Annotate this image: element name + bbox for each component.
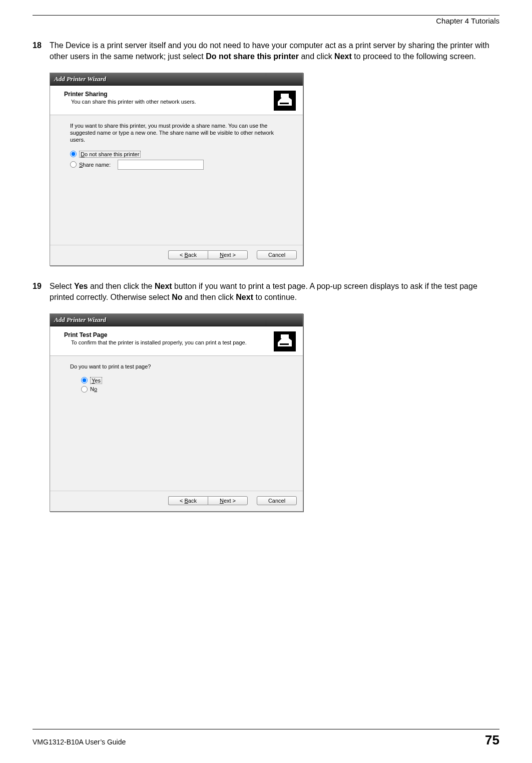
wizard-print-test-page: Add Printer Wizard Print Test Page To co…: [50, 313, 303, 512]
option-do-not-share-label: Do not share this printer: [79, 151, 141, 158]
wizard1-body: If you want to share this printer, you m…: [50, 115, 303, 245]
printer-icon: [274, 331, 296, 351]
next-button[interactable]: Next >: [208, 496, 248, 505]
cancel-button[interactable]: Cancel: [257, 250, 297, 259]
page-number: 75: [485, 732, 499, 748]
step-18-text: The Device is a print server itself and …: [50, 40, 499, 63]
share-name-input[interactable]: [118, 160, 204, 170]
page-footer: VMG1312-B10A User’s Guide 75: [33, 729, 499, 748]
option-no-label: No: [90, 386, 97, 392]
wizard2-question: Do you want to print a test page?: [70, 363, 288, 370]
wizard-printer-sharing: Add Printer Wizard Printer Sharing You c…: [50, 73, 303, 266]
option-share-name[interactable]: Share name:: [70, 160, 288, 170]
wizard2-subheading: To confirm that the printer is installed…: [71, 339, 269, 345]
step18-post: to proceed to the following screen.: [352, 52, 476, 61]
footer-guide-name: VMG1312-B10A User’s Guide: [33, 738, 126, 746]
cancel-button[interactable]: Cancel: [257, 496, 297, 505]
chapter-label: Chapter 4 Tutorials: [33, 17, 499, 25]
back-button[interactable]: < Back: [168, 250, 208, 259]
option-no[interactable]: No: [81, 386, 288, 393]
step-19: 19 Select Yes and then click the Next bu…: [33, 281, 499, 303]
svg-rect-1: [280, 103, 289, 104]
step-18: 18 The Device is a print server itself a…: [33, 40, 499, 63]
printer-icon: [274, 91, 296, 111]
step18-mid: and click: [299, 52, 334, 61]
option-yes[interactable]: Yes: [81, 377, 288, 384]
option-yes-label: Yes: [90, 377, 102, 384]
back-button[interactable]: < Back: [168, 496, 208, 505]
wizard1-footer: < Back Next > Cancel: [50, 245, 303, 265]
step-18-number: 18: [33, 40, 50, 63]
next-button[interactable]: Next >: [208, 250, 248, 259]
wizard2-header: Print Test Page To confirm that the prin…: [50, 326, 303, 355]
wizard2-footer: < Back Next > Cancel: [50, 491, 303, 511]
option-do-not-share[interactable]: Do not share this printer: [70, 151, 288, 158]
wizard1-body-text: If you want to share this printer, you m…: [70, 122, 288, 144]
radio-share-name[interactable]: [70, 161, 77, 168]
wizard2-body: Do you want to print a test page? Yes No: [50, 356, 303, 491]
step18-bold1: Do not share this printer: [206, 52, 299, 61]
wizard2-titlebar: Add Printer Wizard: [50, 314, 303, 326]
radio-no[interactable]: [81, 386, 88, 393]
radio-yes[interactable]: [81, 377, 88, 384]
wizard1-titlebar: Add Printer Wizard: [50, 73, 303, 86]
step18-bold2: Next: [334, 52, 352, 61]
radio-do-not-share[interactable]: [70, 151, 77, 157]
wizard1-header: Printer Sharing You can share this print…: [50, 86, 303, 115]
svg-rect-3: [280, 343, 289, 345]
wizard1-subheading: You can share this printer with other ne…: [71, 99, 269, 105]
option-share-name-label: Share name:: [79, 162, 111, 168]
wizard2-heading: Print Test Page: [64, 331, 269, 338]
wizard1-heading: Printer Sharing: [64, 91, 269, 98]
step-19-text: Select Yes and then click the Next butto…: [50, 281, 499, 303]
step-19-number: 19: [33, 281, 50, 303]
header-rule: [33, 15, 499, 16]
footer-rule: [33, 729, 499, 729]
